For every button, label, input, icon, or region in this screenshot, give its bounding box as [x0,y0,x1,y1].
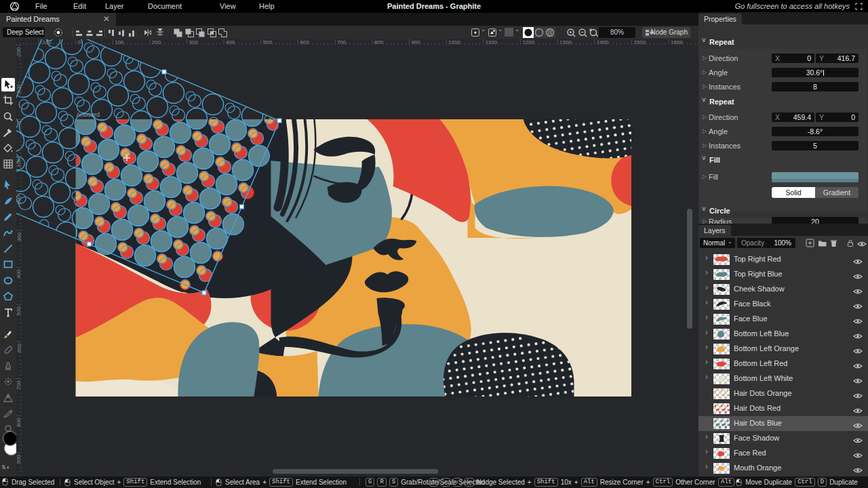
svg-text:900: 900 [16,454,22,464]
svg-text:0: 0 [16,121,22,124]
svg-text:600: 600 [16,343,22,352]
svg-text:400: 400 [16,269,22,279]
svg-text:100: 100 [16,158,22,167]
svg-text:200: 200 [16,195,22,205]
svg-text:300: 300 [16,232,22,241]
svg-text:700: 700 [16,380,22,390]
svg-text:500: 500 [16,306,22,316]
svg-text:800: 800 [16,418,22,427]
